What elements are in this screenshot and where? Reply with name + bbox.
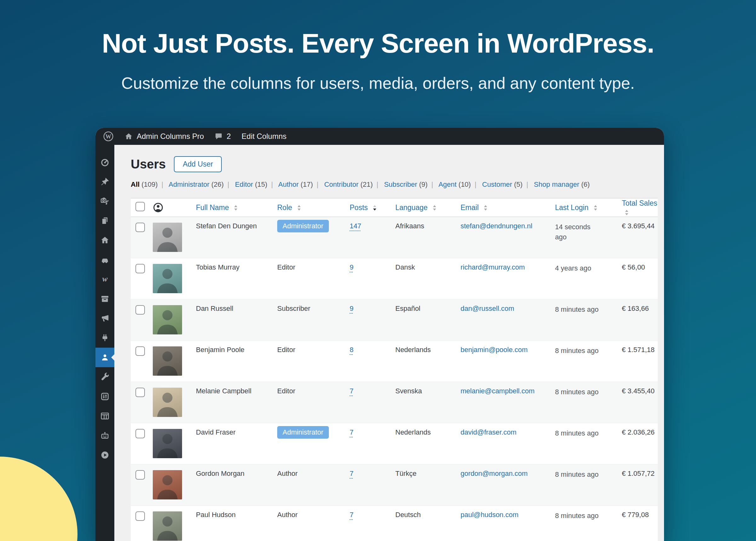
hero-section: Not Just Posts. Every Screen in WordPres… <box>0 29 756 93</box>
wp-admin-bar: Admin Columns Pro 2 Edit Columns <box>95 128 664 145</box>
column-header-language[interactable]: Language <box>392 199 457 217</box>
add-user-button[interactable]: Add User <box>174 156 222 172</box>
sidebar-item-megaphone[interactable] <box>95 308 114 328</box>
sidebar-item-home[interactable] <box>95 231 114 250</box>
user-posts-link[interactable]: 7 <box>350 428 354 436</box>
user-posts-link[interactable]: 8 <box>350 346 354 354</box>
sidebar-item-plug[interactable] <box>95 328 114 348</box>
filter-link[interactable]: Customer (5) <box>482 181 522 188</box>
user-avatar <box>153 429 182 458</box>
hero-title: Not Just Posts. Every Screen in WordPres… <box>0 29 756 57</box>
sort-arrows-icon <box>593 205 597 211</box>
sidebar-item-media[interactable] <box>95 192 114 211</box>
user-last-login: 8 minutes ago <box>555 346 598 356</box>
user-role: Administrator <box>277 426 329 439</box>
user-posts-link[interactable]: 9 <box>350 263 354 271</box>
row-checkbox[interactable] <box>136 429 145 438</box>
comment-bubble-icon <box>215 132 223 141</box>
user-posts-link[interactable]: 7 <box>350 469 354 477</box>
filter-item-customer: Customer (5)| <box>482 181 534 188</box>
user-email-link[interactable]: melanie@campbell.com <box>460 387 534 395</box>
user-posts-link[interactable]: 7 <box>350 387 354 395</box>
column-header-total_sales[interactable]: Total Sales <box>619 199 658 217</box>
filter-link[interactable]: Shop manager (6) <box>534 181 590 188</box>
column-header-posts[interactable]: Posts <box>347 199 392 217</box>
hero-subtitle: Customize the columns for users, media, … <box>0 74 756 93</box>
sidebar-item-archive[interactable] <box>95 289 114 308</box>
avatar-icon <box>153 202 164 213</box>
user-role: Editor <box>277 387 295 395</box>
row-checkbox[interactable] <box>136 388 145 397</box>
user-email-link[interactable]: dan@russell.com <box>460 304 514 312</box>
filter-link[interactable]: Subscriber (9) <box>384 181 427 188</box>
row-checkbox[interactable] <box>136 470 145 480</box>
users-table: Full Name Role Posts Language Email Last… <box>131 198 658 541</box>
sort-arrows-icon <box>373 205 377 211</box>
row-checkbox[interactable] <box>136 264 145 273</box>
sidebar-item-dashboard[interactable] <box>95 153 114 172</box>
column-header-email[interactable]: Email <box>457 199 552 217</box>
filter-link[interactable]: Administrator (26) <box>169 181 224 188</box>
person-silhouette-icon <box>153 511 182 541</box>
wp-admin-sidebar <box>95 145 114 541</box>
sidebar-item-play-circle[interactable] <box>95 445 114 465</box>
user-total-sales: € 163,66 <box>622 304 649 312</box>
user-row: Tobias Murray Editor 9 Dansk richard@mur… <box>131 258 658 299</box>
user-avatar <box>153 264 182 293</box>
row-checkbox[interactable] <box>136 223 145 232</box>
user-full-name: Stefan Den Dungen <box>196 222 257 230</box>
user-email-link[interactable]: gordon@morgan.com <box>460 469 528 477</box>
filter-link[interactable]: All (109) <box>131 181 158 188</box>
site-name: Admin Columns Pro <box>137 132 204 141</box>
user-posts-link[interactable]: 147 <box>350 222 361 230</box>
row-checkbox[interactable] <box>136 346 145 356</box>
user-role: Editor <box>277 263 295 271</box>
sidebar-item-w[interactable] <box>95 270 114 289</box>
sidebar-item-users[interactable] <box>95 348 114 367</box>
user-email-link[interactable]: david@fraser.com <box>460 428 516 436</box>
user-row: Melanie Campbell Editor 7 Svenska melani… <box>131 382 658 423</box>
sidebar-item-mascot[interactable] <box>95 426 114 445</box>
sidebar-item-pages[interactable] <box>95 211 114 231</box>
column-header-role[interactable]: Role <box>274 199 347 217</box>
user-last-login: 8 minutes ago <box>555 387 598 397</box>
filter-link[interactable]: Author (17) <box>278 181 313 188</box>
user-email-link[interactable]: richard@murray.com <box>460 263 525 271</box>
sidebar-item-table-grid[interactable] <box>95 406 114 426</box>
edit-columns-menu[interactable]: Edit Columns <box>242 132 287 141</box>
sidebar-item-sliders[interactable] <box>95 387 114 406</box>
user-total-sales: € 3.455,40 <box>622 387 655 395</box>
site-name-menu[interactable]: Admin Columns Pro <box>124 132 204 141</box>
filter-item-subscriber: Subscriber (9)| <box>384 181 438 188</box>
user-row: Stefan Den Dungen Administrator 147 Afri… <box>131 217 658 258</box>
user-last-login: 8 minutes ago <box>555 511 598 521</box>
filter-link[interactable]: Agent (10) <box>438 181 471 188</box>
user-language: Deutsch <box>395 511 421 519</box>
filter-link[interactable]: Contributor (21) <box>324 181 373 188</box>
column-header-last_login[interactable]: Last Login <box>552 199 619 217</box>
home-icon <box>100 236 110 245</box>
user-email-link[interactable]: paul@hudson.com <box>460 511 518 519</box>
filter-item-editor: Editor (15)| <box>235 181 278 188</box>
user-email-link[interactable]: benjamin@poole.com <box>460 346 528 354</box>
row-checkbox[interactable] <box>136 305 145 314</box>
person-silhouette-icon <box>153 305 182 334</box>
user-last-login: 8 minutes ago <box>555 428 598 438</box>
sidebar-item-car[interactable] <box>95 250 114 270</box>
filter-link[interactable]: Editor (15) <box>235 181 268 188</box>
select-all-header <box>131 199 150 217</box>
user-posts-link[interactable]: 9 <box>350 304 354 312</box>
sidebar-item-wrench[interactable] <box>95 367 114 387</box>
select-all-checkbox[interactable] <box>136 202 145 211</box>
user-email-link[interactable]: stefan@dendnungen.nl <box>460 222 532 230</box>
column-header-full_name[interactable]: Full Name <box>193 199 274 217</box>
sidebar-item-pushpin[interactable] <box>95 172 114 192</box>
user-last-login: 4 years ago <box>555 263 591 273</box>
w-icon <box>100 274 110 284</box>
row-checkbox[interactable] <box>136 511 145 521</box>
pushpin-icon <box>100 177 110 187</box>
wp-logo-menu[interactable] <box>103 131 114 142</box>
user-posts-link[interactable]: 7 <box>350 511 354 519</box>
comments-menu[interactable]: 2 <box>215 132 231 141</box>
user-full-name: Gordon Morgan <box>196 469 245 477</box>
